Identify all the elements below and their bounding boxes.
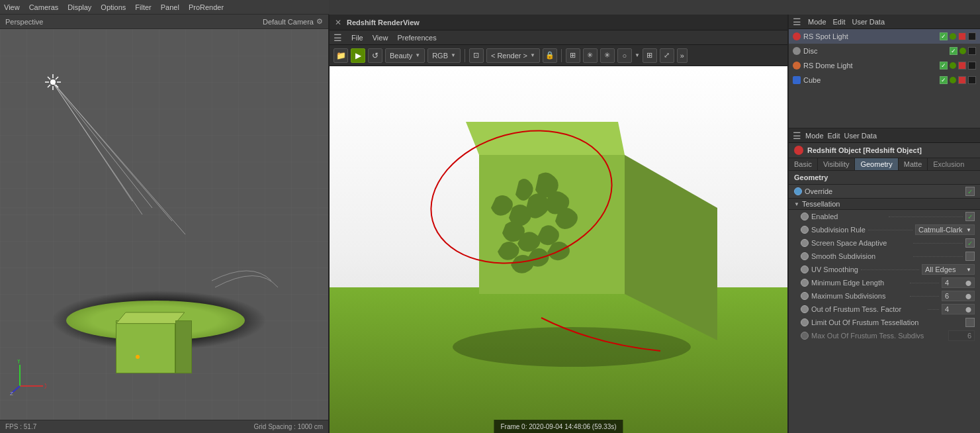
prop-row-enabled: Enabled ✓: [789, 210, 980, 223]
override-circle-btn[interactable]: [794, 187, 802, 195]
beauty-dropdown[interactable]: Beauty ▼: [385, 48, 425, 63]
snapshot-btn[interactable]: ⊞: [643, 48, 657, 63]
filter-btn1[interactable]: ✳: [583, 48, 598, 63]
cube-name: Cube: [803, 76, 937, 84]
tab-visibility[interactable]: Visibility: [818, 158, 856, 170]
spotlight-dot: [950, 33, 956, 40]
subdiv-rule-value: Catmull-Clark: [918, 226, 963, 234]
screen-space-circle[interactable]: [801, 239, 809, 247]
limit-frustum-circle[interactable]: [801, 318, 809, 326]
viewport-subheader: Perspective Default Camera ⚙: [0, 15, 328, 29]
limit-frustum-checkbox[interactable]: [965, 318, 975, 327]
object-item-cube[interactable]: Cube ✓: [789, 73, 980, 87]
tab-basic[interactable]: Basic: [789, 158, 818, 170]
cube-icon: [793, 76, 801, 84]
left-viewport: Perspective Default Camera ⚙: [0, 15, 329, 433]
menu-panel[interactable]: Panel: [161, 3, 179, 11]
svg-line-13: [52, 81, 152, 208]
object-item-domelight[interactable]: RS Dome Light ✓: [789, 58, 980, 73]
smooth-subdiv-checkbox[interactable]: [965, 252, 975, 261]
uv-smoothing-dropdown[interactable]: All Edges ▼: [922, 264, 975, 275]
right-panel-hamburger[interactable]: ☰: [793, 17, 801, 27]
max-subdiv-value[interactable]: 6⬤: [942, 291, 975, 301]
prop-object-name: Redshift Object [Redshift Object]: [807, 146, 922, 154]
max-subdiv-circle[interactable]: [801, 292, 809, 300]
beauty-dropdown-arrow: ▼: [415, 52, 420, 58]
smooth-subdiv-circle[interactable]: [801, 252, 809, 260]
frustum-factor-value[interactable]: 4⬤: [942, 304, 975, 314]
prop-row-max-subdiv: Maximum Subdivisions 6⬤: [789, 289, 980, 303]
right-panel-menu-userdata[interactable]: User Data: [852, 18, 885, 26]
render-play-btn[interactable]: ▶: [351, 48, 365, 63]
menu-filter[interactable]: Filter: [135, 3, 151, 11]
rgb-btn[interactable]: RGB ▼: [427, 48, 461, 63]
props-hamburger[interactable]: ☰: [793, 130, 801, 141]
disc-check[interactable]: ✓: [950, 47, 958, 55]
properties-header: ☰ Mode Edit User Data: [789, 128, 980, 143]
grid-view-btn[interactable]: ⊞: [566, 48, 580, 63]
object-item-spotlight[interactable]: RS Spot Light ✓: [789, 29, 980, 44]
render-canvas[interactable]: Frame 0: 2020-09-04 14:48:06 (59.33s): [330, 66, 787, 433]
subdiv-rule-circle[interactable]: [801, 226, 809, 234]
viewport-camera-name: Default Camera: [263, 18, 314, 26]
render-menu-view[interactable]: View: [373, 34, 388, 42]
more-btn[interactable]: »: [677, 48, 688, 63]
menu-display[interactable]: Display: [67, 3, 91, 11]
svg-text:Z: Z: [10, 391, 13, 396]
uv-smoothing-circle[interactable]: [801, 265, 809, 273]
properties-object-title: Redshift Object [Redshift Object]: [789, 143, 980, 158]
min-edge-value[interactable]: 4⬤: [942, 277, 975, 288]
crop-btn[interactable]: ⊡: [469, 48, 484, 63]
tab-exclusion[interactable]: Exclusion: [928, 158, 969, 170]
render-menu-file[interactable]: File: [351, 34, 363, 42]
menu-prorender[interactable]: ProRender: [189, 3, 224, 11]
render-dropdown[interactable]: < Render > ▼: [486, 48, 540, 63]
min-edge-circle[interactable]: [801, 279, 809, 287]
left-viewport-menubar: View Cameras Display Options Filter Pane…: [0, 0, 329, 15]
disc-swatch: [968, 47, 976, 55]
viewport-perspective-label: Perspective: [5, 18, 43, 26]
screen-space-checkbox[interactable]: ✓: [965, 238, 975, 248]
filter-btn2[interactable]: ✳: [600, 48, 615, 63]
cube-check[interactable]: ✓: [940, 76, 948, 84]
override-label: Override: [805, 187, 963, 195]
enabled-circle[interactable]: [801, 213, 809, 220]
properties-content: Geometry Override ✓ ▼ Tessellation Enabl…: [789, 171, 980, 433]
tab-matte[interactable]: Matte: [899, 158, 928, 170]
render-menu-hamburger[interactable]: ☰: [334, 32, 342, 43]
cube-swatch: [968, 76, 976, 84]
open-folder-btn[interactable]: 📁: [334, 48, 348, 63]
domelight-check[interactable]: ✓: [940, 62, 948, 70]
min-edge-label: Minimum Edge Length: [811, 279, 907, 287]
right-panel-menu-mode[interactable]: Mode: [808, 18, 826, 26]
render-close-btn[interactable]: ✕: [335, 18, 341, 27]
circle-btn[interactable]: ○: [617, 48, 632, 63]
geometry-section-header: Geometry: [789, 171, 980, 185]
domelight-name: RS Dome Light: [803, 62, 937, 70]
enabled-checkbox[interactable]: ✓: [965, 212, 975, 221]
menu-options[interactable]: Options: [101, 3, 126, 11]
viewport-canvas[interactable]: X Y Z: [0, 29, 328, 420]
subdiv-rule-dropdown[interactable]: Catmull-Clark ▼: [915, 224, 975, 235]
menu-cameras[interactable]: Cameras: [29, 3, 59, 11]
right-panel-menu-edit[interactable]: Edit: [833, 18, 846, 26]
menu-view[interactable]: View: [4, 3, 20, 11]
props-menu-edit[interactable]: Edit: [828, 132, 840, 140]
render-toolbar: 📁 ▶ ↺ Beauty ▼ RGB ▼ ⊡ < Render > ▼: [330, 45, 787, 66]
lock-btn[interactable]: 🔒: [543, 48, 557, 63]
object-item-disc[interactable]: Disc ✓: [789, 44, 980, 58]
override-checkbox[interactable]: ✓: [965, 187, 975, 196]
spotlight-check[interactable]: ✓: [940, 32, 948, 40]
render-refresh-btn[interactable]: ↺: [368, 48, 382, 63]
tab-geometry[interactable]: Geometry: [855, 158, 898, 170]
props-menu-mode[interactable]: Mode: [805, 132, 824, 140]
expand-btn[interactable]: ⤢: [660, 48, 674, 63]
domelight-color: [958, 62, 966, 70]
render-menu-prefs[interactable]: Preferences: [397, 34, 436, 42]
camera-options-icon[interactable]: ⚙: [316, 17, 323, 26]
max-frustum-subdiv-circle[interactable]: [801, 332, 809, 340]
props-menu-userdata[interactable]: User Data: [844, 132, 877, 140]
svg-text:Y: Y: [17, 360, 21, 365]
smooth-subdiv-label: Smooth Subdivision: [811, 252, 911, 260]
frustum-factor-circle[interactable]: [801, 305, 809, 313]
